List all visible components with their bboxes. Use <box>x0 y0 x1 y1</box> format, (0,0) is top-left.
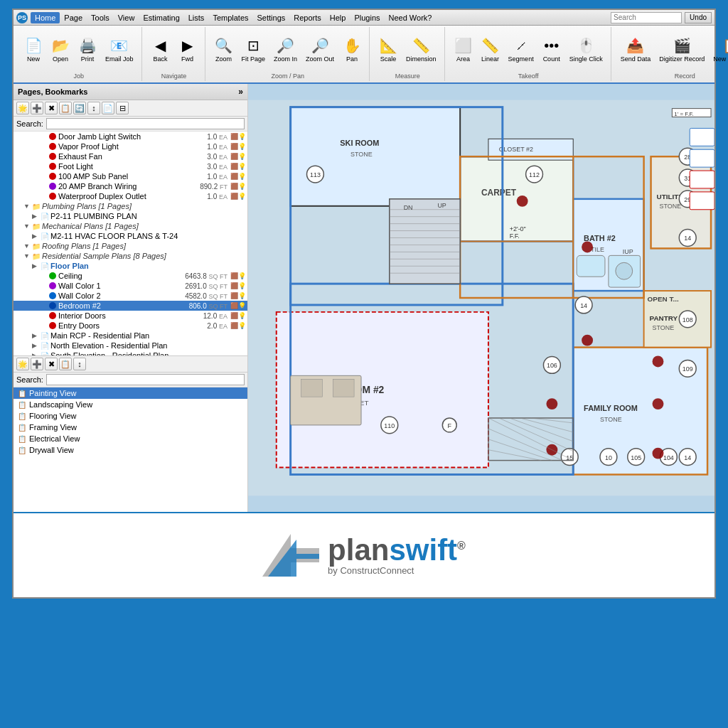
ribbon-btn-dimension[interactable]: 📏Dimension <box>402 29 440 70</box>
bulb-icon: 💡 <box>238 183 246 190</box>
menu-item-templates[interactable]: Templates <box>208 12 252 23</box>
view-item-flooring-view[interactable]: 📋Flooring View <box>14 410 247 422</box>
tree-item[interactable]: 100 AMP Sub Panel 1.0 EA 🟫 💡 <box>14 171 247 181</box>
btn-icon: 🖱️ <box>577 37 595 54</box>
ribbon-btn-scale[interactable]: 📐Scale <box>375 29 401 70</box>
ribbon-btn-print[interactable]: 🖨️Print <box>75 29 100 70</box>
bottom-toolbar-btn-2[interactable]: ✖ <box>45 358 58 370</box>
tree-item[interactable]: Bedroom #2 806.0 SQ FT 🟫 💡 <box>14 301 247 311</box>
search-input[interactable] <box>611 12 682 23</box>
bottom-toolbar-btn-0[interactable]: 🌟 <box>16 358 29 370</box>
color-dot <box>49 312 56 319</box>
menu-item-home[interactable]: Home <box>31 12 60 23</box>
undo-button[interactable]: Undo <box>685 12 712 23</box>
tree-item[interactable]: 20 AMP Branch Wiring 890.2 FT 🟫 💡 <box>14 181 247 191</box>
ribbon-btn-zoom-out[interactable]: 🔎Zoom Out <box>302 29 338 70</box>
tree-label: Wall Color 1 <box>58 282 185 290</box>
pages-collapse-btn[interactable]: » <box>238 87 243 97</box>
tree-label: Residential Sample Plans [8 Pages] <box>42 252 246 260</box>
tree-item[interactable]: ▼📁Residential Sample Plans [8 Pages] <box>14 251 247 261</box>
menu-item-tools[interactable]: Tools <box>87 12 114 23</box>
bottom-toolbar-btn-4[interactable]: ↕ <box>73 358 86 370</box>
tree-item[interactable]: Wall Color 1 2691.0 SQ FT 🟫 💡 <box>14 281 247 291</box>
tree-item[interactable]: Ceiling 6463.8 SQ FT 🟫 💡 <box>14 271 247 281</box>
tree-item[interactable]: Entry Doors 2.0 EA 🟫 💡 <box>14 321 247 331</box>
ribbon-btn-new-section[interactable]: 📋New Section <box>710 29 728 70</box>
ribbon-btn-zoom[interactable]: 🔍Zoom <box>211 29 237 70</box>
ribbon-btn-back[interactable]: ◀Back <box>148 29 173 70</box>
tree-item[interactable]: ▼📁Roofing Plans [1 Pages] <box>14 241 247 251</box>
tree-item[interactable]: ▶📄M2-11 HVAC FLOOR PLANS & T-24 <box>14 231 247 241</box>
tree-item[interactable]: ▶📄Floor Plan <box>14 261 247 271</box>
tree-item[interactable]: Door Jamb Light Switch 1.0 EA 🟫 💡 <box>14 132 247 141</box>
btn-label: Email Job <box>105 55 134 63</box>
tree-item[interactable]: Interior Doors 12.0 EA 🟫 💡 <box>14 311 247 321</box>
btn-label: Back <box>154 55 168 63</box>
tree-item[interactable]: Waterproof Duplex Outlet 1.0 EA 🟫 💡 <box>14 191 247 201</box>
bottom-toolbar-btn-1[interactable]: ➕ <box>31 358 43 370</box>
ribbon-btn-digitizer-record[interactable]: 🎬Digitizer Record <box>655 29 708 70</box>
tree-item[interactable]: Exhaust Fan 3.0 EA 🟫 💡 <box>14 151 247 161</box>
btn-icon: ⊡ <box>247 37 259 54</box>
tree-item[interactable]: ▶📄Main RCP - Residential Plan <box>14 331 247 341</box>
pages-toolbar-btn-4[interactable]: 🔄 <box>73 102 86 114</box>
pages-toolbar-btn-5[interactable]: ↕ <box>87 102 100 114</box>
tree-item[interactable]: ▶📄North Elevation - Residential Plan <box>14 341 247 350</box>
pages-toolbar-btn-7[interactable]: ⊟ <box>116 102 129 114</box>
tree-label: Mechanical Plans [1 Pages] <box>42 222 246 230</box>
tree-item[interactable]: Wall Color 2 4582.0 SQ FT 🟫 💡 <box>14 291 247 301</box>
btn-label: New Section <box>713 55 728 63</box>
menu-item-need-work?[interactable]: Need Work? <box>385 12 437 23</box>
ribbon-group-label: Measure <box>395 71 420 80</box>
tree-unit: EA <box>219 134 228 141</box>
pages-title: Pages, Bookmarks <box>18 87 87 96</box>
ribbon-btn-fit-page[interactable]: ⊡Fit Page <box>238 29 269 70</box>
ribbon-btn-zoom-in[interactable]: 🔎Zoom In <box>270 29 301 70</box>
ribbon-btn-fwd[interactable]: ▶Fwd <box>175 29 200 70</box>
view-item-landscaping-view[interactable]: 📋Landscaping View <box>14 399 247 410</box>
menu-item-lists[interactable]: Lists <box>184 12 209 23</box>
pages-toolbar-btn-2[interactable]: ✖ <box>45 102 58 114</box>
view-item-painting-view[interactable]: 📋Painting View <box>14 387 247 399</box>
btn-label: Count <box>543 55 560 63</box>
pages-toolbar-btn-6[interactable]: 📄 <box>102 102 114 114</box>
ribbon-btn-email-job[interactable]: 📧Email Job <box>102 29 137 70</box>
pages-search-input[interactable] <box>46 118 245 129</box>
view-item-electrical-view[interactable]: 📋Electrical View <box>14 433 247 444</box>
tree-item[interactable]: Foot Light 3.0 EA 🟫 💡 <box>14 161 247 171</box>
menu-item-page[interactable]: Page <box>60 12 87 23</box>
view-item-framing-view[interactable]: 📋Framing View <box>14 422 247 433</box>
ribbon-btn-send-data[interactable]: 📤Send Data <box>617 29 655 70</box>
bottom-toolbar-btn-3[interactable]: 📋 <box>59 358 72 370</box>
page-icon: 📄 <box>41 213 49 220</box>
ribbon-btn-segment[interactable]: ⟋Segment <box>505 29 537 70</box>
tree-unit: EA <box>219 323 228 330</box>
ribbon-btn-new[interactable]: 📄New <box>21 29 46 70</box>
ribbon-btn-open[interactable]: 📂Open <box>48 29 73 70</box>
view-item-drywall-view[interactable]: 📋Drywall View <box>14 444 247 456</box>
ribbon-btn-single-click[interactable]: 🖱️Single Click <box>566 29 606 70</box>
tree-item[interactable]: Vapor Proof Light 1.0 EA 🟫 💡 <box>14 141 247 151</box>
menu-item-plugins[interactable]: Plugins <box>350 12 384 23</box>
ribbon-btn-count[interactable]: •••Count <box>539 29 564 70</box>
ribbon-btn-pan[interactable]: ✋Pan <box>339 29 365 70</box>
bottom-search-input[interactable] <box>46 374 245 385</box>
menu-item-help[interactable]: Help <box>326 12 350 23</box>
pages-toolbar-btn-0[interactable]: 🌟 <box>16 102 29 114</box>
tree-item[interactable]: ▼📁Mechanical Plans [1 Pages] <box>14 221 247 231</box>
pages-toolbar-btn-1[interactable]: ➕ <box>31 102 43 114</box>
tree-item[interactable]: ▶📄South Elevation - Residential Plan <box>14 350 247 355</box>
blueprint-area[interactable]: SKI ROOM STONE CARPET CLOSET #2 BATH #2 … <box>248 84 714 512</box>
pages-toolbar-btn-3[interactable]: 📋 <box>59 102 72 114</box>
menu-item-estimating[interactable]: Estimating <box>139 12 183 23</box>
menu-item-settings[interactable]: Settings <box>253 12 290 23</box>
menu-item-view[interactable]: View <box>114 12 139 23</box>
tree-label: P2-11 PLUMBING PLAN <box>50 212 246 220</box>
menu-item-reports[interactable]: Reports <box>289 12 326 23</box>
btn-icon: ◀ <box>155 37 166 54</box>
ribbon-btn-linear[interactable]: 📏Linear <box>478 29 503 70</box>
tree-item[interactable]: ▼📁Plumbing Plans [1 Pages] <box>14 201 247 211</box>
btn-icon: ••• <box>544 37 559 54</box>
tree-item[interactable]: ▶📄P2-11 PLUMBING PLAN <box>14 211 247 221</box>
ribbon-btn-area[interactable]: ⬜Area <box>451 29 476 70</box>
